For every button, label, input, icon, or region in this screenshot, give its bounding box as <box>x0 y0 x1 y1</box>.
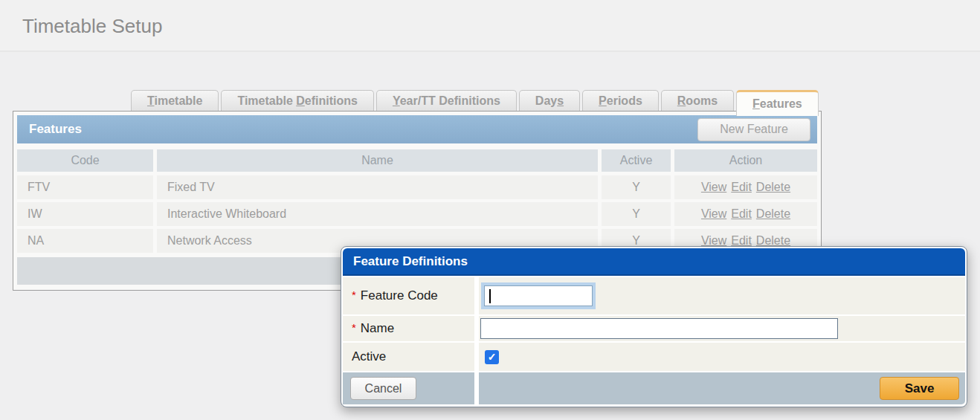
name-label: Name <box>361 321 394 336</box>
modal-footer: Cancel Save <box>343 372 965 404</box>
cell-active: Y <box>602 175 671 199</box>
delete-link[interactable]: Delete <box>756 234 790 247</box>
column-header-name: Name <box>157 149 598 172</box>
active-label-cell: Active <box>343 343 474 371</box>
delete-link[interactable]: Delete <box>756 181 790 193</box>
name-input[interactable] <box>480 318 838 339</box>
modal-footer-left: Cancel <box>343 372 474 404</box>
cell-active: Y <box>602 202 671 226</box>
view-link[interactable]: View <box>701 234 726 247</box>
features-panel-header: Features New Feature <box>17 115 817 143</box>
column-header-code: Code <box>17 149 153 172</box>
tab-days[interactable]: Days <box>519 90 580 111</box>
name-row: * Name <box>343 316 965 341</box>
tab-timetable[interactable]: Timetable <box>131 90 219 111</box>
column-header-active: Active <box>602 149 671 172</box>
cell-name: Interactive Whiteboard <box>157 202 598 226</box>
feature-code-row: * Feature Code <box>343 277 965 314</box>
edit-link[interactable]: Edit <box>731 207 752 220</box>
cell-action: ViewEditDelete <box>674 202 817 226</box>
name-label-cell: * Name <box>343 316 474 341</box>
delete-link[interactable]: Delete <box>756 207 790 220</box>
tab-rooms[interactable]: Rooms <box>661 90 734 111</box>
cell-code: IW <box>17 202 153 226</box>
tab-bar: TimetableTimetable DefinitionsYear/TT De… <box>131 90 819 111</box>
features-table-body: FTVFixed TVYViewEditDeleteIWInteractive … <box>17 175 817 253</box>
cancel-button[interactable]: Cancel <box>350 377 416 400</box>
tab-year-tt-definitions[interactable]: Year/TT Definitions <box>376 90 517 111</box>
edit-link[interactable]: Edit <box>731 234 752 247</box>
page-header: Timetable Setup <box>0 0 980 52</box>
required-icon: * <box>352 321 356 334</box>
features-panel-title: Features <box>29 122 82 137</box>
view-link[interactable]: View <box>701 181 726 193</box>
table-row: FTVFixed TVYViewEditDelete <box>17 175 817 199</box>
table-row: IWInteractive WhiteboardYViewEditDelete <box>17 202 817 226</box>
new-feature-button[interactable]: New Feature <box>697 118 810 141</box>
feature-code-input[interactable] <box>484 285 593 306</box>
feature-code-value-cell <box>479 277 965 314</box>
active-checkbox[interactable]: ✓ <box>485 350 499 364</box>
active-row: Active ✓ <box>343 343 965 371</box>
tab-periods[interactable]: Periods <box>582 90 659 111</box>
required-icon: * <box>352 288 356 301</box>
cell-name: Fixed TV <box>157 175 598 199</box>
name-value-cell <box>479 316 965 341</box>
tab-timetable-definitions[interactable]: Timetable Definitions <box>221 90 374 111</box>
checkmark-icon: ✓ <box>488 351 497 363</box>
column-header-action: Action <box>674 149 817 172</box>
cell-code: NA <box>17 229 153 253</box>
tab-features[interactable]: Features <box>736 90 819 116</box>
save-button[interactable]: Save <box>880 377 959 400</box>
text-caret-icon <box>489 289 491 303</box>
active-value-cell: ✓ <box>479 343 965 371</box>
feature-code-label: Feature Code <box>361 288 438 303</box>
edit-link[interactable]: Edit <box>731 181 752 193</box>
feature-code-label-cell: * Feature Code <box>343 277 474 314</box>
modal-footer-right: Save <box>479 372 965 404</box>
cell-action: ViewEditDelete <box>674 175 817 199</box>
page-title: Timetable Setup <box>22 15 162 38</box>
cell-code: FTV <box>17 175 153 199</box>
view-link[interactable]: View <box>701 207 726 220</box>
features-table-header-row: Code Name Active Action <box>17 149 817 172</box>
feature-definitions-modal: Feature Definitions * Feature Code * Nam… <box>341 246 967 407</box>
active-label: Active <box>352 349 386 364</box>
modal-title: Feature Definitions <box>343 248 965 276</box>
